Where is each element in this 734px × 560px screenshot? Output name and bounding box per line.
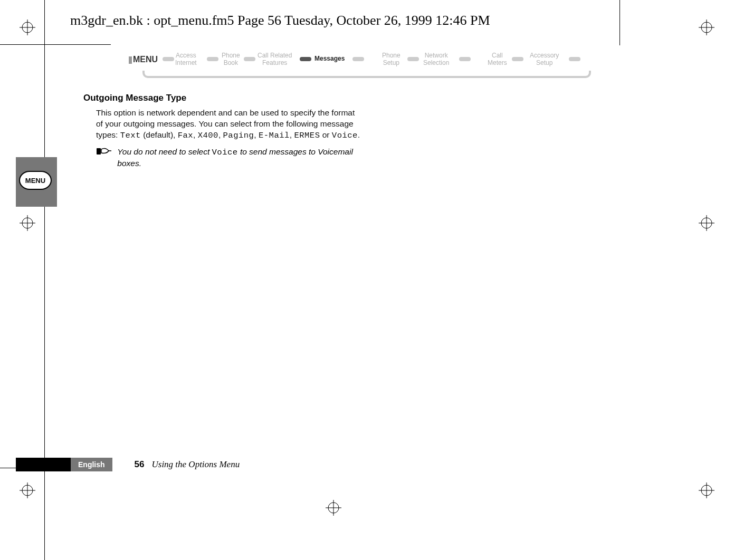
separator: ,: [254, 130, 259, 139]
note-prefix: You do not need to select: [117, 147, 212, 156]
type-fax: Fax: [178, 131, 193, 140]
document-header: m3gdr_en.bk : opt_menu.fm5 Page 56 Tuesd…: [70, 13, 490, 28]
crop-rule-top-right: [0, 44, 111, 45]
type-email: E-Mail: [259, 131, 290, 140]
footer-black-block: [16, 458, 71, 471]
separator: ,: [218, 130, 223, 139]
paragraph-end: .: [358, 130, 360, 139]
menu-label-text: MENU: [133, 55, 158, 64]
note-text: You do not need to select Voice to send …: [117, 147, 360, 169]
menu-item-phone-book: PhoneBook: [222, 52, 240, 66]
menu-item-call-meters: CallMeters: [488, 52, 507, 66]
menu-item-messages: Messages: [314, 55, 345, 62]
menu-oval-icon: MENU: [19, 171, 52, 190]
footer-chapter-title: Using the Options Menu: [151, 459, 240, 470]
menu-breadcrumb: MENU AccessInternet PhoneBook Call Relat…: [129, 52, 588, 83]
menu-bullet-icon: [129, 56, 132, 64]
pill-icon: [407, 57, 419, 61]
note-block: You do not need to select Voice to send …: [96, 147, 363, 169]
menu-label: MENU: [129, 55, 158, 64]
registration-mark-icon: [326, 500, 341, 516]
menu-oval-label: MENU: [25, 177, 45, 185]
note-hand-icon: [96, 147, 115, 159]
section-heading: Outgoing Message Type: [83, 93, 363, 103]
type-voice: Voice: [332, 131, 358, 140]
registration-mark-icon: [699, 215, 714, 231]
page-footer: English 56 Using the Options Menu: [16, 458, 240, 471]
svg-rect-21: [97, 148, 101, 155]
registration-mark-icon: [20, 482, 35, 498]
menu-item-phone-setup: PhoneSetup: [382, 52, 401, 66]
menu-underbar: [142, 71, 591, 78]
pill-icon: [512, 57, 523, 61]
footer-page-number: 56: [135, 459, 145, 470]
footer-language: English: [71, 458, 112, 471]
registration-mark-icon: [699, 482, 714, 498]
pill-icon: [207, 57, 218, 61]
section-paragraph: This option is network dependent and can…: [96, 108, 363, 141]
pill-icon: [163, 57, 174, 61]
default-label: (default),: [141, 130, 178, 139]
pill-icon: [569, 57, 580, 61]
registration-mark-icon: [699, 20, 714, 35]
pill-icon: [459, 57, 471, 61]
pill-icon: [244, 57, 255, 61]
separator: ,: [193, 130, 198, 139]
or-label: or: [320, 130, 331, 139]
registration-mark-icon: [20, 215, 35, 231]
crop-rule-right-bottom: [619, 0, 620, 45]
type-x400: X400: [198, 131, 218, 140]
menu-item-accessory-setup: AccessorySetup: [530, 52, 559, 66]
pill-icon: [352, 57, 364, 61]
crop-rule-left: [44, 0, 45, 560]
note-voice: Voice: [212, 148, 238, 157]
pill-icon: [300, 57, 311, 61]
registration-mark-icon: [20, 20, 35, 35]
type-text: Text: [120, 131, 141, 140]
type-ermes: ERMES: [294, 131, 320, 140]
menu-item-access-internet: AccessInternet: [175, 52, 197, 66]
menu-item-call-related: Call RelatedFeatures: [258, 52, 292, 66]
menu-item-network-selection: NetworkSelection: [423, 52, 449, 66]
section-outgoing-message-type: Outgoing Message Type This option is net…: [83, 93, 363, 169]
type-paging: Paging: [223, 131, 254, 140]
